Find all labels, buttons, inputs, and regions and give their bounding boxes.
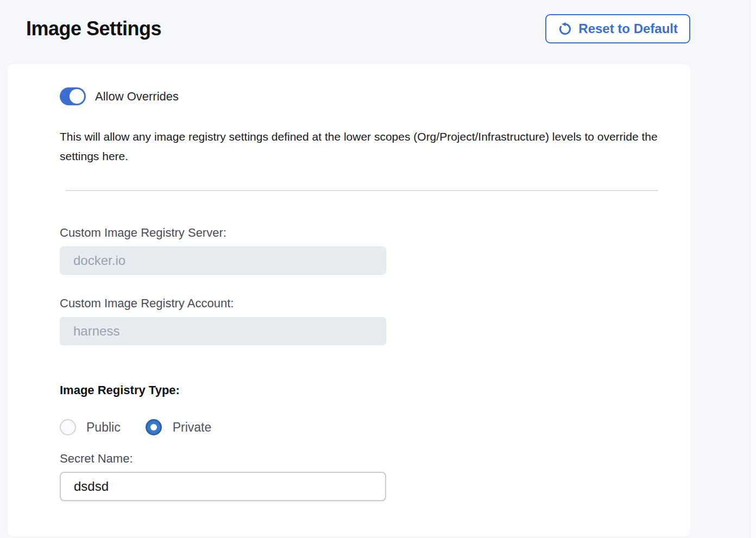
registry-type-label: Image Registry Type: [60,383,664,397]
registry-server-label: Custom Image Registry Server: [60,226,664,240]
public-radio-label: Public [86,420,121,435]
secret-name-field: Secret Name: [60,452,664,501]
registry-server-field: Custom Image Registry Server: [60,226,664,275]
image-settings-page: Image Settings Reset to Default Allow Ov… [0,0,756,538]
secret-name-label: Secret Name: [60,452,664,466]
registry-account-label: Custom Image Registry Account: [60,296,664,311]
registry-server-input[interactable] [60,246,386,275]
reset-button-label: Reset to Default [578,21,678,36]
registry-type-options: Public Private [60,419,664,435]
section-divider [65,190,658,191]
private-radio[interactable] [146,419,162,435]
image-settings-panel: Allow Overrides This will allow any imag… [8,64,690,536]
private-radio-label: Private [173,420,212,435]
registry-account-input[interactable] [60,317,386,345]
public-radio[interactable] [60,419,76,435]
allow-overrides-row: Allow Overrides [60,87,664,105]
toggle-knob [70,89,84,104]
scrollbar-track[interactable] [750,0,756,538]
page-title: Image Settings [26,17,161,40]
allow-overrides-toggle[interactable] [60,87,86,105]
allow-overrides-label: Allow Overrides [95,90,179,104]
secret-name-input[interactable] [60,472,386,501]
reset-icon [558,22,572,36]
registry-account-field: Custom Image Registry Account: [60,296,664,345]
page-header: Image Settings Reset to Default [0,0,756,43]
radio-option-public[interactable]: Public [60,419,121,435]
override-description: This will allow any image registry setti… [60,127,666,166]
reset-to-default-button[interactable]: Reset to Default [545,14,690,43]
radio-option-private[interactable]: Private [146,419,212,435]
